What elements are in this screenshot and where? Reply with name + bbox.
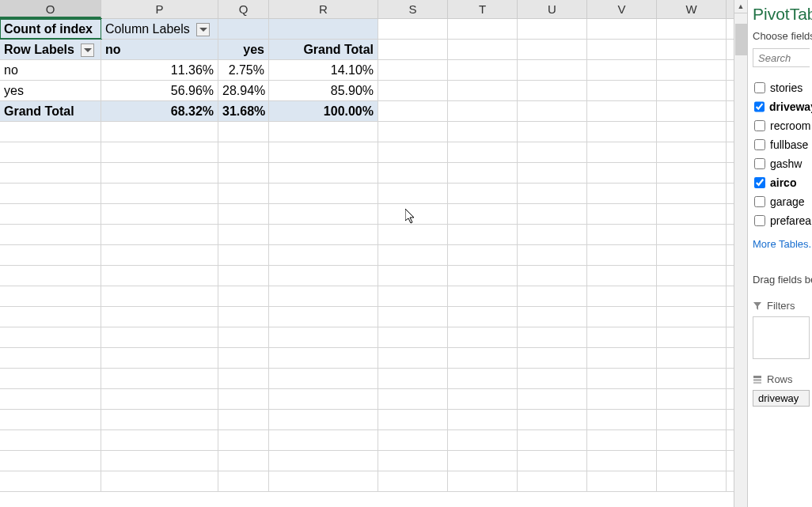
cell-empty[interactable] [518,122,587,142]
column-header-R[interactable]: R [269,0,378,18]
cell-empty[interactable] [448,204,518,224]
col-header-grand[interactable]: Grand Total [269,40,378,59]
cell-empty[interactable] [101,430,218,450]
cell-empty[interactable] [518,204,587,224]
cell-empty[interactable] [378,327,448,347]
cell-empty[interactable] [448,266,518,286]
filters-dropzone[interactable] [753,316,810,359]
grand-total-total[interactable]: 100.00% [269,101,378,121]
cell-empty[interactable] [448,142,518,162]
cell-empty[interactable] [378,307,448,327]
cell-empty[interactable] [218,471,269,491]
cell-empty[interactable] [218,307,269,327]
cell-empty[interactable] [657,184,727,203]
cell-empty[interactable] [101,389,218,409]
cell-empty[interactable] [218,410,269,429]
pivot-column-labels-header[interactable]: Column Labels [101,19,218,39]
field-item-driveway[interactable]: driveway [753,97,812,116]
cell-value[interactable]: 2.75% [218,60,269,80]
cell-empty[interactable] [269,142,378,162]
field-checkbox[interactable] [754,120,765,131]
column-labels-dropdown[interactable] [196,23,210,36]
vertical-scrollbar[interactable]: ▲ [734,0,747,507]
cell-empty[interactable] [587,163,657,183]
cell-empty[interactable] [269,307,378,327]
cell-empty[interactable] [448,245,518,265]
cell-empty[interactable] [448,286,518,306]
cell-empty[interactable] [378,451,448,471]
cell-empty[interactable] [657,348,727,368]
cell-empty[interactable] [378,163,448,183]
cell-empty[interactable] [587,142,657,162]
field-checkbox[interactable] [754,82,765,93]
cell-empty[interactable] [518,369,587,388]
cell-empty[interactable] [657,142,727,162]
cell-empty[interactable] [378,389,448,409]
cell-empty[interactable] [448,19,518,39]
field-item-airco[interactable]: airco [753,173,812,192]
cell-value[interactable]: 28.94% [218,81,269,100]
field-checkbox[interactable] [754,196,765,207]
cell-empty[interactable] [218,225,269,244]
more-tables-link[interactable]: More Tables... [753,238,812,250]
cell-empty[interactable] [269,430,378,450]
field-checkbox[interactable] [754,215,765,226]
cell-empty[interactable] [448,225,518,244]
cell-empty[interactable] [518,245,587,265]
cell-empty[interactable] [218,19,269,39]
cell-empty[interactable] [269,266,378,286]
cell-empty[interactable] [657,307,727,327]
cell-empty[interactable] [101,471,218,491]
cell-empty[interactable] [657,369,727,388]
cell-empty[interactable] [518,60,587,80]
cell-empty[interactable] [587,101,657,121]
cell-empty[interactable] [448,163,518,183]
column-header-W[interactable]: W [657,0,727,18]
grand-total-label[interactable]: Grand Total [0,101,101,121]
cell-empty[interactable] [218,348,269,368]
cell-empty[interactable] [657,225,727,244]
cell-empty[interactable] [448,60,518,80]
cell-empty[interactable] [518,430,587,450]
cell-empty[interactable] [518,327,587,347]
cell-value[interactable]: 14.10% [269,60,378,80]
cell-empty[interactable] [657,430,727,450]
cell-empty[interactable] [218,451,269,471]
cell-empty[interactable] [0,410,101,429]
cell-empty[interactable] [269,184,378,203]
grand-total-no[interactable]: 68.32% [101,101,218,121]
cell-empty[interactable] [657,60,727,80]
cell-empty[interactable] [518,266,587,286]
cell-empty[interactable] [518,142,587,162]
cell-empty[interactable] [587,204,657,224]
column-header-P[interactable]: P [101,0,218,18]
cell-empty[interactable] [378,142,448,162]
cell-empty[interactable] [218,327,269,347]
cell-empty[interactable] [587,245,657,265]
cell-empty[interactable] [518,286,587,306]
cell-empty[interactable] [587,122,657,142]
cell-empty[interactable] [0,471,101,491]
cell-empty[interactable] [269,225,378,244]
cell-empty[interactable] [218,184,269,203]
cell-empty[interactable] [518,471,587,491]
cell-empty[interactable] [0,286,101,306]
cell-empty[interactable] [378,410,448,429]
cell-empty[interactable] [378,101,448,121]
field-checkbox[interactable] [754,158,765,169]
cell-empty[interactable] [448,348,518,368]
cell-empty[interactable] [218,204,269,224]
scroll-up-arrow-icon[interactable]: ▲ [734,0,747,13]
cell-empty[interactable] [657,451,727,471]
field-checkbox[interactable] [754,177,765,188]
cell-empty[interactable] [101,142,218,162]
cell-empty[interactable] [218,430,269,450]
cell-empty[interactable] [269,204,378,224]
cell-empty[interactable] [0,307,101,327]
column-header-U[interactable]: U [518,0,587,18]
cell-empty[interactable] [518,101,587,121]
cell-empty[interactable] [0,451,101,471]
cell-empty[interactable] [587,19,657,39]
cell-empty[interactable] [269,163,378,183]
cell-empty[interactable] [378,245,448,265]
